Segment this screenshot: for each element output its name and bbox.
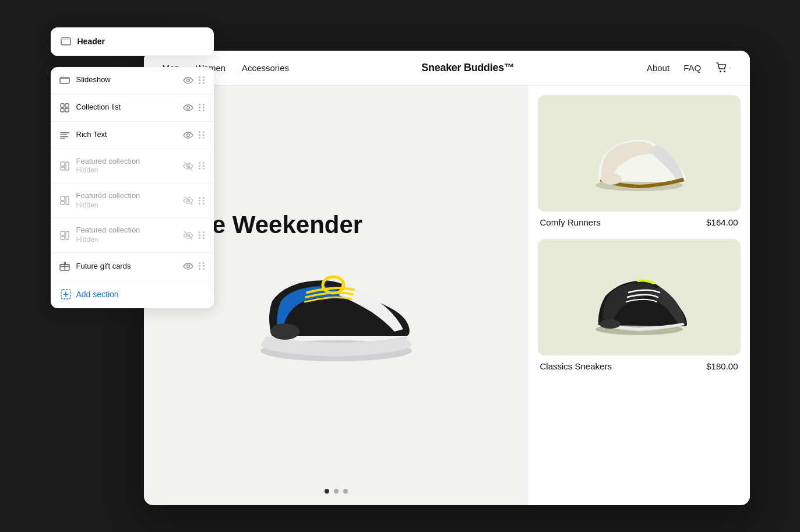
svg-point-6 bbox=[63, 76, 64, 77]
nav-right: About FAQ · bbox=[647, 61, 731, 74]
product-name-2: Classics Sneakers bbox=[540, 361, 612, 371]
sidebar-item-label-featured-3: Featured collection Hidden bbox=[76, 226, 140, 244]
sidebar-panel: Slideshow bbox=[51, 67, 214, 308]
drag-handle-featured-3[interactable] bbox=[199, 231, 206, 239]
svg-rect-26 bbox=[61, 231, 65, 235]
sidebar-item-actions-featured-2 bbox=[182, 195, 206, 206]
hidden-icon-featured-2[interactable] bbox=[182, 195, 194, 206]
svg-point-32 bbox=[186, 265, 189, 267]
svg-rect-23 bbox=[61, 202, 65, 205]
svg-point-40 bbox=[601, 173, 622, 185]
svg-point-17 bbox=[186, 133, 189, 136]
product-price-1: $164.00 bbox=[706, 217, 738, 227]
sidebar-item-label-featured-2: Featured collection Hidden bbox=[76, 191, 140, 210]
sidebar-item-left-slideshow: Slideshow bbox=[59, 75, 111, 86]
nav-accessories[interactable]: Accessories bbox=[242, 63, 289, 73]
nav-about[interactable]: About bbox=[647, 63, 669, 73]
sidebar-item-featured-1[interactable]: Featured collection Hidden bbox=[51, 149, 214, 184]
sidebar-item-actions-collection bbox=[182, 102, 206, 114]
svg-rect-19 bbox=[61, 167, 65, 170]
product-card-1[interactable]: Comfy Runners $164.00 bbox=[538, 95, 741, 230]
svg-rect-8 bbox=[61, 104, 64, 107]
sidebar-item-actions-gift bbox=[182, 260, 206, 272]
visibility-icon-richtext[interactable] bbox=[182, 129, 194, 141]
svg-rect-13 bbox=[60, 132, 69, 133]
outer-wrapper: Header Slideshow bbox=[51, 27, 750, 505]
sidebar-item-gift-cards[interactable]: Future gift cards bbox=[51, 253, 214, 280]
slideshow-icon bbox=[59, 75, 71, 86]
product-sidebar: Comfy Runners $164.00 bbox=[528, 86, 750, 505]
product-price-2: $180.00 bbox=[706, 361, 738, 371]
sidebar-item-left-gift: Future gift cards bbox=[59, 260, 131, 272]
sidebar-item-rich-text[interactable]: Rich Text bbox=[51, 122, 214, 149]
richtext-icon bbox=[59, 129, 71, 141]
svg-point-42 bbox=[600, 319, 621, 329]
sidebar-item-featured-3[interactable]: Featured collection Hidden bbox=[51, 218, 214, 252]
drag-handle-gift[interactable] bbox=[199, 262, 206, 270]
drag-handle-collection[interactable] bbox=[199, 104, 206, 111]
add-section-label: Add section bbox=[76, 290, 119, 299]
dot-3[interactable] bbox=[343, 489, 348, 494]
visibility-icon-gift[interactable] bbox=[182, 260, 194, 272]
dot-2[interactable] bbox=[334, 489, 339, 494]
svg-rect-24 bbox=[66, 196, 69, 205]
hero-shoe-svg bbox=[237, 237, 435, 365]
header-panel-icon bbox=[60, 36, 72, 47]
svg-point-2 bbox=[62, 37, 63, 37]
product-info-1: Comfy Runners $164.00 bbox=[538, 212, 741, 230]
drag-handle-richtext[interactable] bbox=[199, 131, 206, 139]
cart-dot: · bbox=[729, 64, 731, 72]
svg-point-12 bbox=[186, 106, 189, 109]
svg-rect-10 bbox=[61, 108, 64, 112]
dot-1[interactable] bbox=[325, 489, 329, 494]
hero-shoe bbox=[237, 237, 435, 389]
sidebar-item-label-gift: Future gift cards bbox=[76, 262, 131, 272]
drag-handle-featured-2[interactable] bbox=[199, 197, 206, 205]
store-logo: Sneaker Buddies™ bbox=[421, 62, 514, 74]
sidebar-item-label-richtext: Rich Text bbox=[76, 130, 107, 140]
sidebar-item-slideshow[interactable]: Slideshow bbox=[51, 67, 214, 94]
svg-rect-15 bbox=[60, 136, 68, 138]
sidebar-item-actions-slideshow bbox=[182, 75, 206, 86]
svg-point-34 bbox=[720, 71, 721, 72]
featured-icon-1 bbox=[59, 160, 71, 172]
featured-icon-3 bbox=[59, 230, 71, 241]
visibility-icon-collection[interactable] bbox=[182, 102, 194, 114]
hidden-icon-featured-3[interactable] bbox=[182, 230, 194, 241]
sidebar-item-label-featured-1: Featured collection Hidden bbox=[76, 157, 140, 175]
svg-rect-28 bbox=[66, 231, 69, 239]
svg-rect-4 bbox=[60, 77, 69, 79]
visibility-icon-slideshow[interactable] bbox=[182, 75, 194, 86]
sidebar-item-left-richtext: Rich Text bbox=[59, 129, 107, 141]
gift-icon bbox=[59, 260, 71, 272]
sidebar-item-left-featured-1: Featured collection Hidden bbox=[59, 157, 140, 175]
sidebar-item-collection-list[interactable]: Collection list bbox=[51, 94, 214, 122]
collection-icon bbox=[59, 102, 71, 114]
svg-point-38 bbox=[270, 323, 299, 340]
add-section-button[interactable]: Add section bbox=[51, 280, 214, 308]
sidebar-item-label-slideshow: Slideshow bbox=[76, 75, 111, 85]
featured-icon-2 bbox=[59, 195, 71, 206]
header-panel-title-text: Header bbox=[77, 37, 105, 46]
sidebar-item-featured-2[interactable]: Featured collection Hidden bbox=[51, 184, 214, 218]
store-body: The Weekender bbox=[144, 86, 750, 505]
svg-rect-22 bbox=[61, 196, 65, 200]
cart-icon[interactable]: · bbox=[715, 61, 731, 74]
svg-rect-18 bbox=[61, 162, 65, 166]
product-img-2 bbox=[538, 239, 741, 355]
svg-point-35 bbox=[724, 71, 725, 72]
svg-rect-20 bbox=[66, 162, 69, 170]
sidebar-item-actions-richtext bbox=[182, 129, 206, 141]
store-header: Men Women Accessories Sneaker Buddies™ A… bbox=[144, 51, 750, 86]
svg-point-5 bbox=[61, 76, 62, 77]
nav-faq[interactable]: FAQ bbox=[683, 63, 701, 73]
hidden-icon-featured-1[interactable] bbox=[182, 160, 194, 172]
product-info-2: Classics Sneakers $180.00 bbox=[538, 355, 741, 374]
product-card-2[interactable]: Classics Sneakers $180.00 bbox=[538, 239, 741, 374]
drag-handle-featured-1[interactable] bbox=[199, 162, 206, 170]
svg-rect-16 bbox=[60, 138, 65, 139]
drag-handle-slideshow[interactable] bbox=[199, 76, 206, 84]
product-img-1 bbox=[538, 95, 741, 212]
svg-point-7 bbox=[186, 79, 189, 82]
browser-frame: Men Women Accessories Sneaker Buddies™ A… bbox=[144, 51, 750, 505]
